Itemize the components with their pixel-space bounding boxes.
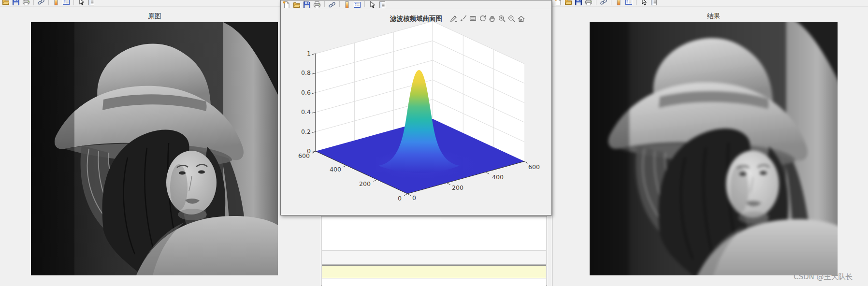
z-tick-label: 0.6 <box>301 89 311 96</box>
z-tick-label: 0.2 <box>301 128 311 135</box>
toolbar-separator <box>596 0 596 5</box>
restore-view-icon[interactable] <box>517 14 525 23</box>
surface-plot-canvas[interactable]: 1 0.8 0.6 0.4 0.2 0 600 400 200 0 0 200 … <box>281 9 551 215</box>
panel-content-area <box>322 217 546 250</box>
insert-legend-icon[interactable] <box>625 0 633 6</box>
y-tick-label: 600 <box>298 152 310 159</box>
result-image <box>590 22 838 275</box>
toolbar-separator <box>324 1 325 7</box>
toolbar-separator <box>364 1 365 7</box>
x-tick-label: 400 <box>492 173 504 181</box>
x-tick-label: 200 <box>452 184 463 191</box>
datatips-icon[interactable] <box>469 14 477 23</box>
insert-colorbar-icon[interactable] <box>52 0 60 6</box>
x-tick-label: 0 <box>412 194 416 201</box>
figure-window-result: 结果 <box>552 0 868 286</box>
watermark: CSDN @王大队长 <box>794 272 853 282</box>
toolbar-separator <box>73 0 74 5</box>
toolbar-separator <box>48 0 49 5</box>
edit-plot-icon[interactable] <box>640 0 648 6</box>
brush-icon[interactable] <box>459 14 467 23</box>
surface-plot[interactable]: 1 0.8 0.6 0.4 0.2 0 600 400 200 0 0 200 … <box>281 9 551 215</box>
insert-legend-icon[interactable] <box>353 1 361 9</box>
figure-title-original: 原图 <box>31 12 278 20</box>
figure-toolbar <box>0 0 320 7</box>
new-figure-icon[interactable] <box>283 1 290 9</box>
print-figure-icon[interactable] <box>22 0 30 6</box>
insert-colorbar-icon[interactable] <box>615 0 622 6</box>
z-tick-label: 0.8 <box>301 69 311 76</box>
insert-legend-icon[interactable] <box>62 0 70 6</box>
open-file-icon[interactable] <box>293 1 301 9</box>
save-figure-icon[interactable] <box>303 1 311 9</box>
zoom-in-icon[interactable] <box>498 14 506 23</box>
x-tick-label: 600 <box>528 163 540 171</box>
figure-title-result: 结果 <box>590 12 838 20</box>
pan-icon[interactable] <box>488 14 496 23</box>
property-inspector-icon[interactable] <box>378 1 386 9</box>
figure-toolbar <box>281 0 551 9</box>
original-image <box>31 22 278 275</box>
axes-toolbar <box>449 14 525 23</box>
link-plot-icon[interactable] <box>37 0 45 6</box>
save-figure-icon[interactable] <box>12 0 20 6</box>
save-figure-icon[interactable] <box>575 0 582 6</box>
new-figure-icon[interactable] <box>554 0 562 6</box>
panel-toolbar-band <box>322 250 546 265</box>
toolbar-separator <box>611 0 611 5</box>
panel-bottom-area <box>322 279 546 286</box>
z-tick-label: 1 <box>307 50 311 57</box>
screen: 原图 结果 <box>0 0 868 286</box>
rotate-3d-icon[interactable] <box>478 14 487 23</box>
open-file-icon[interactable] <box>2 0 10 6</box>
edit-plot-icon[interactable] <box>368 1 376 9</box>
y-tick-label: 0 <box>398 195 402 202</box>
link-plot-icon[interactable] <box>600 0 608 6</box>
print-figure-icon[interactable] <box>585 0 593 6</box>
link-plot-icon[interactable] <box>328 1 336 9</box>
y-tick-label: 200 <box>359 180 371 187</box>
z-tick-label: 0.4 <box>301 108 311 115</box>
open-file-icon[interactable] <box>564 0 572 6</box>
background-panel-window <box>321 216 547 286</box>
edit-plot-icon[interactable] <box>77 0 85 6</box>
property-inspector-icon[interactable] <box>650 0 658 6</box>
print-figure-icon[interactable] <box>313 1 321 9</box>
y-tick-label: 400 <box>330 166 341 173</box>
toolbar-separator <box>636 0 637 5</box>
figure-toolbar <box>552 0 868 7</box>
figure-window-surface-plot: 1 0.8 0.6 0.4 0.2 0 600 400 200 0 0 200 … <box>280 0 552 215</box>
insert-colorbar-icon[interactable] <box>343 1 351 9</box>
export-icon[interactable] <box>449 14 458 23</box>
figure-window-original: 原图 <box>0 0 320 286</box>
toolbar-separator <box>33 0 34 5</box>
toolbar-separator <box>339 1 340 7</box>
zoom-out-icon[interactable] <box>507 14 516 23</box>
highlighted-line <box>322 265 546 278</box>
panel-divider <box>441 217 441 250</box>
property-inspector-icon[interactable] <box>87 0 95 6</box>
